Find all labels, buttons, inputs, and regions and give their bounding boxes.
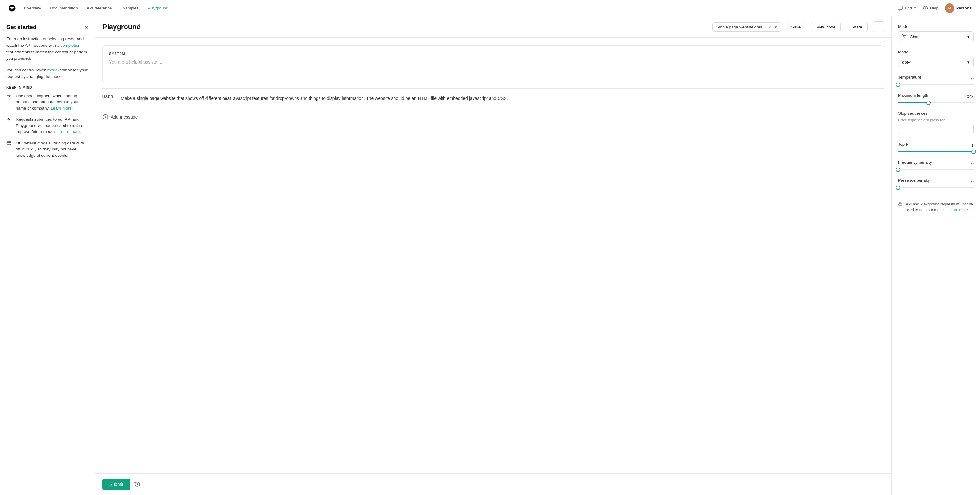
close-sidebar-btn[interactable]: ×: [85, 25, 88, 30]
preset-selector[interactable]: Single page website crea... × ▾: [713, 22, 781, 32]
top-p-section: Top P 1: [898, 142, 974, 152]
frequency-penalty-section: Frequency penalty 0: [898, 160, 974, 170]
username: Personal: [956, 6, 972, 10]
help-btn[interactable]: Help: [923, 6, 939, 11]
svg-rect-3: [899, 203, 902, 206]
temperature-label: Temperature: [898, 75, 921, 80]
user-message-box: USER Make a single page website that sho…: [102, 88, 884, 109]
sidebar: Get started × Enter an instruction or se…: [0, 16, 95, 495]
model-link[interactable]: model: [48, 68, 59, 72]
sidebar-header: Get started ×: [6, 24, 88, 31]
max-length-slider[interactable]: [898, 102, 974, 103]
chat-mode-icon: [902, 34, 907, 39]
clear-preset-btn[interactable]: ×: [768, 25, 771, 29]
completion-link[interactable]: completion: [60, 43, 80, 48]
lock-icon: [898, 201, 902, 206]
mode-select[interactable]: Chat ▾: [898, 31, 974, 42]
user-menu[interactable]: P Personal: [945, 3, 972, 13]
nav-api-reference[interactable]: API reference: [87, 6, 112, 10]
temperature-slider[interactable]: [898, 84, 974, 85]
sidebar-intro: Enter an instruction or select a preset,…: [6, 36, 88, 62]
frequency-penalty-label: Frequency penalty: [898, 160, 932, 165]
learn-more-link-2[interactable]: Learn more.: [59, 129, 81, 134]
forum-icon: [898, 6, 903, 11]
model-chevron-icon: ▾: [967, 60, 970, 65]
chevron-down-icon: ▾: [775, 25, 777, 29]
system-box[interactable]: SYSTEM You are a helpful assistant.: [102, 45, 884, 83]
main-layout: Get started × Enter an instruction or se…: [0, 16, 980, 495]
center-footer: Submit: [95, 473, 891, 495]
calendar-icon: [6, 140, 12, 146]
frequency-penalty-value: 0: [972, 161, 974, 166]
center-panel: Playground Single page website crea... ×…: [95, 16, 891, 495]
stop-sequences-section: Stop sequences Enter sequence and press …: [898, 111, 974, 134]
mode-label: Mode: [898, 24, 974, 29]
temperature-value: 0: [972, 76, 974, 81]
arrow-icon: [6, 93, 12, 99]
max-length-label: Maximum length: [898, 93, 928, 98]
nav-links: Overview Documentation API reference Exa…: [24, 6, 898, 10]
model-value: gpt-4: [902, 60, 912, 65]
presence-penalty-value: 0: [972, 179, 974, 184]
sidebar-item-2: Requests submitted to our API and Playgr…: [6, 116, 88, 135]
sidebar-item-3: Our default models' training data cuts o…: [6, 140, 88, 159]
nav-documentation[interactable]: Documentation: [50, 6, 78, 10]
help-icon: [923, 6, 928, 11]
stop-sequences-label: Stop sequences: [898, 111, 974, 116]
right-panel: Mode Chat ▾ Model gpt-4 ▾: [891, 16, 980, 495]
system-placeholder: You are a helpful assistant.: [109, 59, 877, 65]
svg-rect-1: [7, 141, 11, 145]
nav-playground[interactable]: Playground: [147, 6, 168, 10]
learn-more-link-1[interactable]: Learn more.: [51, 106, 73, 111]
plus-circle-icon: [102, 114, 108, 120]
add-message-label: Add message: [111, 114, 138, 119]
mode-value: Chat: [910, 35, 918, 39]
presence-penalty-section: Presence penalty 0: [898, 178, 974, 189]
openai-logo: [8, 4, 16, 13]
top-p-label: Top P: [898, 142, 908, 147]
avatar: P: [945, 3, 955, 13]
temperature-section: Temperature 0: [898, 75, 974, 85]
top-p-value: 1: [972, 143, 974, 148]
save-button[interactable]: Save: [786, 22, 807, 32]
nav-right: Forum Help P Personal: [898, 3, 972, 13]
model-label: Model: [898, 50, 974, 54]
stop-sequences-hint: Enter sequence and press Tab: [898, 118, 974, 122]
user-label: USER: [102, 95, 113, 98]
add-message-btn[interactable]: Add message: [102, 109, 884, 125]
share-button[interactable]: Share: [846, 22, 868, 32]
center-header: Playground Single page website crea... ×…: [95, 16, 891, 38]
sidebar-title: Get started: [6, 24, 37, 31]
sidebar-model-intro: You can control which model completes yo…: [6, 67, 88, 80]
forum-btn[interactable]: Forum: [898, 6, 917, 11]
view-code-button[interactable]: View code: [811, 22, 841, 32]
chat-area: SYSTEM You are a helpful assistant. USER…: [102, 45, 884, 466]
presence-penalty-label: Presence penalty: [898, 178, 930, 183]
mode-section: Mode Chat ▾: [898, 24, 974, 42]
max-length-value: 2048: [964, 94, 974, 99]
model-section: Model gpt-4 ▾: [898, 50, 974, 67]
submit-button[interactable]: Submit: [102, 479, 130, 490]
top-p-slider[interactable]: [898, 151, 974, 152]
presence-penalty-slider[interactable]: [898, 187, 974, 189]
nav-examples[interactable]: Examples: [121, 6, 138, 10]
history-icon[interactable]: [134, 481, 140, 487]
more-options-button[interactable]: ···: [873, 22, 884, 32]
sidebar-item-1: Use good judgment when sharing outputs, …: [6, 93, 88, 111]
stop-sequences-input[interactable]: [898, 124, 974, 134]
page-title: Playground: [102, 23, 707, 31]
user-message-content[interactable]: Make a single page website that shows of…: [121, 95, 508, 102]
model-select[interactable]: gpt-4 ▾: [898, 57, 974, 67]
keep-in-mind-title: KEEP IN MIND: [6, 85, 88, 89]
max-length-section: Maximum length 2048: [898, 93, 974, 103]
top-nav: Overview Documentation API reference Exa…: [0, 0, 980, 16]
nav-overview[interactable]: Overview: [24, 6, 41, 10]
system-label: SYSTEM: [109, 52, 877, 56]
center-body: SYSTEM You are a helpful assistant. USER…: [95, 38, 891, 473]
rp-footer-link[interactable]: Learn more: [948, 208, 968, 212]
preset-text: Single page website crea...: [716, 25, 766, 29]
mode-chevron-icon: ▾: [967, 35, 970, 39]
rp-footer: API and Playground requests will not be …: [898, 196, 974, 213]
bolt-icon: [6, 117, 12, 122]
frequency-penalty-slider[interactable]: [898, 169, 974, 170]
